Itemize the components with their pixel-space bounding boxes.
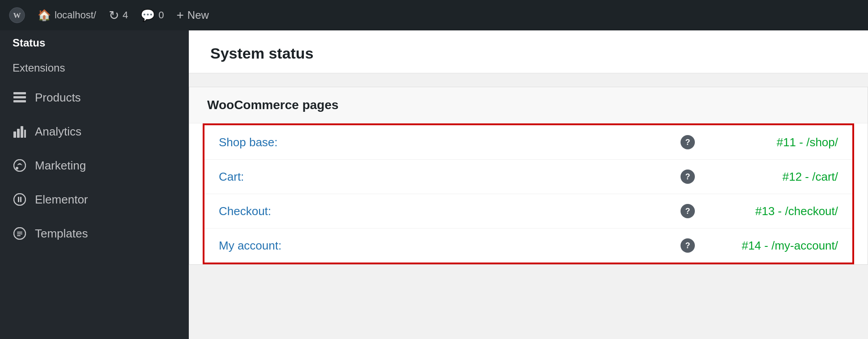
sidebar-item-templates[interactable]: Templates bbox=[0, 216, 189, 250]
svg-rect-12 bbox=[18, 197, 19, 202]
section-header: WooCommerce pages bbox=[189, 87, 868, 123]
svg-rect-15 bbox=[17, 232, 22, 233]
shop-base-label[interactable]: Shop base: bbox=[219, 136, 672, 149]
main-layout: Status Extensions Products bbox=[0, 0, 868, 339]
main-content: System status WooCommerce pages Shop bas… bbox=[189, 30, 868, 339]
checkout-value: #13 - /checkout/ bbox=[704, 204, 838, 218]
cart-label[interactable]: Cart: bbox=[219, 170, 672, 184]
refresh-icon: ↻ bbox=[109, 8, 119, 23]
checkout-help-icon[interactable]: ? bbox=[681, 204, 695, 218]
templates-icon bbox=[13, 226, 27, 241]
svg-point-9 bbox=[14, 160, 26, 171]
svg-point-11 bbox=[14, 194, 26, 205]
svg-rect-2 bbox=[13, 92, 26, 94]
svg-rect-16 bbox=[17, 233, 22, 234]
svg-rect-13 bbox=[20, 197, 21, 202]
sidebar-item-status[interactable]: Status bbox=[0, 30, 189, 55]
marketing-label: Marketing bbox=[35, 159, 86, 173]
page-header: System status bbox=[189, 30, 868, 73]
plus-icon: + bbox=[176, 8, 183, 22]
svg-rect-7 bbox=[21, 126, 23, 138]
table-row: Cart: ? #12 - /cart/ bbox=[204, 160, 852, 194]
products-icon bbox=[13, 90, 27, 105]
svg-point-10 bbox=[16, 167, 18, 170]
admin-bar-new-button[interactable]: + New bbox=[176, 8, 208, 22]
cart-help-icon[interactable]: ? bbox=[681, 170, 695, 184]
content-area: WooCommerce pages Shop base: ? #11 - /sh… bbox=[189, 87, 868, 265]
admin-bar-site[interactable]: 🏠 localhost/ bbox=[38, 9, 96, 21]
products-label: Products bbox=[35, 91, 81, 105]
svg-text:W: W bbox=[13, 11, 21, 20]
woocommerce-pages-table: Shop base: ? #11 - /shop/ Cart: ? #12 - … bbox=[203, 123, 854, 264]
analytics-label: Analytics bbox=[35, 125, 81, 139]
updates-count: 4 bbox=[123, 9, 128, 21]
section-title: WooCommerce pages bbox=[207, 98, 339, 112]
sidebar-item-elementor[interactable]: Elementor bbox=[0, 182, 189, 216]
shop-base-value: #11 - /shop/ bbox=[704, 136, 838, 149]
page-title: System status bbox=[210, 45, 847, 62]
admin-bar: W 🏠 localhost/ ↻ 4 💬 0 + New bbox=[0, 0, 868, 30]
sidebar-item-extensions[interactable]: Extensions bbox=[0, 55, 189, 81]
svg-rect-17 bbox=[17, 235, 21, 236]
checkout-label[interactable]: Checkout: bbox=[219, 204, 672, 218]
svg-rect-3 bbox=[13, 96, 26, 98]
table-row: Checkout: ? #13 - /checkout/ bbox=[204, 194, 852, 229]
sidebar-item-analytics[interactable]: Analytics bbox=[0, 114, 189, 148]
elementor-icon bbox=[13, 192, 27, 207]
my-account-value: #14 - /my-account/ bbox=[704, 239, 838, 253]
wp-logo[interactable]: W bbox=[9, 7, 25, 23]
templates-label: Templates bbox=[35, 227, 88, 241]
cart-value: #12 - /cart/ bbox=[704, 170, 838, 184]
table-row: My account: ? #14 - /my-account/ bbox=[204, 229, 852, 263]
analytics-icon bbox=[13, 124, 27, 139]
table-row: Shop base: ? #11 - /shop/ bbox=[204, 125, 852, 160]
svg-rect-8 bbox=[24, 130, 26, 138]
site-url: localhost/ bbox=[55, 9, 96, 21]
comments-count: 0 bbox=[158, 9, 164, 21]
admin-bar-comments[interactable]: 💬 0 bbox=[140, 8, 164, 22]
my-account-label[interactable]: My account: bbox=[219, 239, 672, 253]
svg-rect-4 bbox=[13, 100, 26, 102]
sidebar-item-marketing[interactable]: Marketing bbox=[0, 148, 189, 182]
elementor-label: Elementor bbox=[35, 193, 88, 207]
shop-base-help-icon[interactable]: ? bbox=[681, 135, 695, 149]
sidebar: Status Extensions Products bbox=[0, 30, 189, 339]
new-label: New bbox=[187, 9, 209, 21]
sidebar-item-products[interactable]: Products bbox=[0, 81, 189, 114]
my-account-help-icon[interactable]: ? bbox=[681, 238, 695, 253]
svg-rect-5 bbox=[13, 131, 16, 138]
home-icon: 🏠 bbox=[38, 9, 51, 21]
admin-bar-updates[interactable]: ↻ 4 bbox=[109, 8, 128, 23]
svg-rect-6 bbox=[17, 129, 20, 138]
section-box: WooCommerce pages Shop base: ? #11 - /sh… bbox=[189, 87, 868, 265]
marketing-icon bbox=[13, 158, 27, 173]
comment-icon: 💬 bbox=[140, 8, 155, 22]
